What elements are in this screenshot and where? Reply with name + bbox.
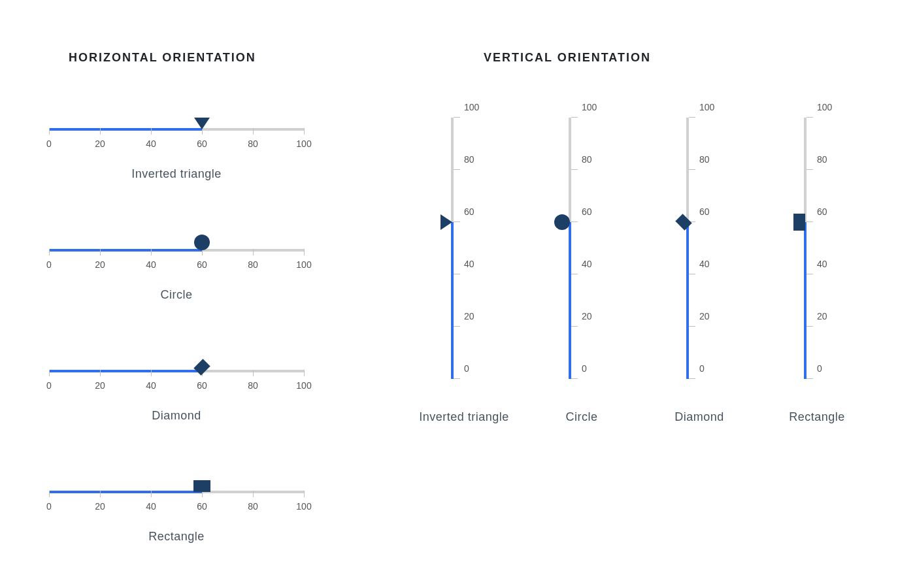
slider-diamond-horizontal[interactable]: 020406080100 [49, 353, 304, 379]
tick-label: 0 [46, 139, 52, 149]
tick-mark [571, 274, 578, 274]
slider-handle[interactable] [441, 214, 451, 230]
vertical-slider-block: 020406080100Circle [523, 118, 640, 457]
slider-caption: Diamond [49, 409, 304, 423]
tick-label: 100 [699, 102, 714, 112]
tick-label: 60 [197, 259, 207, 270]
slider-diamond-vertical[interactable]: 020406080100 [667, 118, 706, 379]
inverted-triangle-icon [194, 118, 210, 129]
tick-mark [253, 491, 254, 497]
tick-label: 80 [248, 380, 258, 391]
horizontal-slider-block: 020406080100Inverted triangle [49, 111, 324, 225]
page-root: HORIZONTAL ORIENTATION VERTICAL ORIENTAT… [0, 0, 915, 588]
slider-caption: Circle [49, 288, 304, 302]
rectangle-icon [793, 214, 805, 231]
tick-mark [304, 491, 305, 497]
tick-mark [454, 117, 460, 118]
tick-label: 80 [582, 154, 592, 165]
tick-label: 100 [296, 139, 311, 149]
tick-mark [151, 128, 152, 135]
slider-caption: Rectangle [758, 410, 876, 424]
slider-caption: Diamond [640, 410, 758, 424]
tick-label: 40 [146, 501, 156, 512]
tick-label: 20 [95, 380, 105, 391]
tick-label: 100 [296, 259, 311, 270]
tick-mark [571, 169, 578, 170]
tick-mark [253, 370, 254, 376]
tick-mark [571, 117, 578, 118]
tick-label: 60 [197, 139, 207, 149]
tick-mark [807, 326, 813, 327]
slider-fill [686, 222, 689, 379]
slider-caption: Inverted triangle [405, 410, 523, 424]
tick-label: 100 [582, 102, 597, 112]
circle-icon [194, 235, 210, 250]
slider-caption: Circle [523, 410, 640, 424]
tick-label: 80 [817, 154, 827, 165]
tick-label: 0 [699, 363, 705, 374]
tick-label: 60 [464, 206, 474, 217]
slider-fill [49, 128, 202, 131]
slider-inverted-triangle-horizontal[interactable]: 020406080100 [49, 111, 304, 137]
tick-mark [454, 326, 460, 327]
tick-label: 20 [95, 139, 105, 149]
slider-rectangle-horizontal[interactable]: 020406080100 [49, 474, 304, 500]
slider-caption: Inverted triangle [49, 167, 304, 181]
vertical-slider-block: 020406080100Diamond [640, 118, 758, 457]
tick-label: 40 [817, 259, 827, 269]
tick-mark [454, 221, 460, 222]
slider-handle[interactable] [793, 214, 804, 231]
tick-mark [454, 274, 460, 274]
tick-label: 20 [464, 311, 474, 321]
tick-label: 100 [296, 380, 311, 391]
tick-mark [807, 274, 813, 274]
slider-circle-vertical[interactable]: 020406080100 [549, 118, 588, 379]
slider-fill [804, 222, 807, 379]
tick-label: 0 [582, 363, 587, 374]
tick-mark [151, 249, 152, 255]
tick-label: 100 [464, 102, 479, 112]
tick-mark [689, 169, 695, 170]
tick-mark [100, 249, 101, 255]
slider-fill [49, 491, 202, 493]
tick-mark [807, 221, 813, 222]
slider-fill [49, 249, 202, 252]
tick-mark [49, 128, 50, 135]
horizontal-slider-block: 020406080100Rectangle [49, 474, 324, 588]
tick-mark [807, 378, 813, 379]
tick-mark [571, 221, 578, 222]
vertical-slider-block: 020406080100Rectangle [758, 118, 876, 457]
rectangle-icon [193, 480, 210, 492]
tick-mark [151, 491, 152, 497]
diamond-icon [675, 214, 691, 230]
tick-mark [100, 370, 101, 376]
slider-caption: Rectangle [49, 530, 304, 544]
tick-mark [454, 169, 460, 170]
tick-label: 60 [197, 501, 207, 512]
tick-label: 0 [46, 501, 52, 512]
tick-mark [49, 370, 50, 376]
slider-rectangle-vertical[interactable]: 020406080100 [784, 118, 824, 379]
tick-label: 60 [582, 206, 592, 217]
tick-label: 40 [146, 259, 156, 270]
tick-label: 20 [95, 259, 105, 270]
tick-label: 0 [46, 259, 52, 270]
tick-label: 60 [197, 380, 207, 391]
slider-handle[interactable] [194, 235, 210, 249]
slider-handle[interactable] [554, 214, 569, 230]
circle-icon [554, 214, 570, 230]
slider-handle[interactable] [193, 480, 210, 491]
slider-inverted-triangle-vertical[interactable]: 020406080100 [431, 118, 471, 379]
tick-label: 40 [146, 380, 156, 391]
tick-mark [689, 326, 695, 327]
horizontal-slider-block: 020406080100Circle [49, 232, 324, 346]
slider-circle-horizontal[interactable]: 020406080100 [49, 232, 304, 258]
slider-fill [49, 370, 202, 372]
tick-mark [253, 249, 254, 255]
slider-handle[interactable] [194, 118, 210, 128]
slider-fill [451, 222, 454, 379]
tick-label: 20 [582, 311, 592, 321]
vertical-slider-block: 020406080100Inverted triangle [405, 118, 523, 457]
tick-label: 40 [146, 139, 156, 149]
tick-mark [49, 491, 50, 497]
